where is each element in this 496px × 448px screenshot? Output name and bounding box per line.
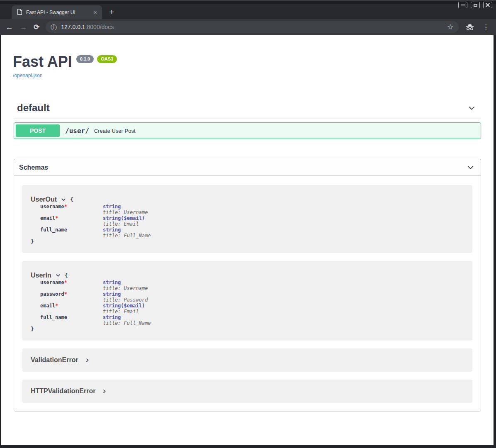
property-definition: string title: Username [103, 204, 148, 215]
url-host: 127.0.0.1 [61, 24, 85, 30]
brace-open: { [70, 195, 73, 203]
property-title: title: Password [103, 297, 148, 303]
window-bottom-edge [0, 445, 496, 448]
model-property: email* string($email) title: Email [40, 215, 464, 227]
model-properties: username* string title: Username passwor… [40, 280, 464, 326]
url-path: :8000/docs [85, 24, 114, 30]
property-type: string [103, 314, 151, 320]
property-definition: string($email) title: Email [103, 215, 145, 227]
version-badge: 0.1.0 [76, 55, 94, 63]
property-name: username* [40, 280, 103, 291]
property-name: username* [40, 204, 103, 215]
tab-close-icon[interactable]: × [92, 9, 99, 15]
endpoint-summary: Create User Post [94, 128, 136, 134]
model-userout-head[interactable]: UserOut { [31, 195, 464, 203]
model-userout: UserOut { username* string title: Userna… [22, 185, 472, 253]
window-controls [458, 2, 492, 8]
tag-title: default [17, 102, 50, 114]
chevron-down-icon[interactable] [467, 104, 476, 112]
model-userin-head[interactable]: UserIn { [31, 271, 464, 279]
brace-close: } [31, 239, 464, 244]
window-close-button[interactable] [483, 2, 492, 8]
schemas-header[interactable]: Schemas [14, 159, 481, 176]
required-star: * [64, 291, 67, 297]
required-star: * [64, 280, 67, 285]
model-httpvalidationerror[interactable]: HTTPValidationError [22, 380, 472, 403]
tag-section-default: default POST /user/ Create User Post [14, 102, 481, 139]
new-tab-button[interactable]: + [109, 7, 114, 16]
oas3-badge: OAS3 [97, 55, 117, 63]
url-text[interactable]: 127.0.0.1:8000/docs [61, 24, 443, 30]
reload-button[interactable]: ⟳ [34, 24, 39, 31]
property-name: full_name [40, 314, 103, 326]
property-name: email* [40, 215, 103, 227]
property-definition: string title: Full_Name [103, 314, 151, 326]
browser-menu-button[interactable]: ⋮ [481, 24, 491, 31]
bookmark-star-icon[interactable]: ☆ [447, 23, 454, 31]
back-button[interactable]: ← [5, 23, 13, 31]
model-properties: username* string title: Username email* … [40, 204, 464, 239]
property-definition: string title: Full_Name [103, 227, 151, 239]
tab-title: Fast API - Swagger UI [26, 10, 88, 15]
property-definition: string title: Password [103, 291, 148, 303]
property-name: full_name [40, 227, 103, 239]
openapi-spec-link[interactable]: /openapi.json [13, 73, 42, 78]
property-title: title: Full_Name [103, 320, 151, 326]
tab-bar: Fast API - Swagger UI × + [0, 4, 496, 19]
browser-toolbar: ← → ⟳ ⓘ 127.0.0.1:8000/docs ☆ ⋮ [0, 19, 496, 35]
model-property: full_name string title: Full_Name [40, 227, 464, 239]
property-type: string [103, 280, 148, 285]
opblock-post-user[interactable]: POST /user/ Create User Post [14, 122, 481, 139]
brace-open: { [65, 271, 68, 279]
minimize-icon [461, 5, 465, 5]
window-titlebar[interactable] [0, 0, 496, 4]
property-title: title: Username [103, 285, 148, 291]
model-name[interactable]: UserOut [31, 195, 57, 203]
model-validationerror[interactable]: ValidationError [22, 348, 472, 372]
property-title: title: Email [103, 221, 145, 227]
model-expand-chevron-icon[interactable] [102, 389, 107, 394]
tab-fast-api-swagger[interactable]: Fast API - Swagger UI × [12, 5, 102, 19]
model-toggle-chevron-icon[interactable] [55, 273, 61, 278]
site-info-icon[interactable]: ⓘ [51, 24, 57, 30]
property-type: string($email) [103, 215, 145, 221]
property-definition: string title: Username [103, 280, 148, 291]
model-userin: UserIn { username* string title: Usernam… [22, 261, 472, 341]
window-minimize-button[interactable] [458, 2, 467, 8]
property-type: string [103, 227, 151, 233]
api-title-text: Fast API [13, 54, 72, 70]
model-expand-chevron-icon[interactable] [85, 358, 90, 363]
property-definition: string($email) title: Email [103, 303, 145, 314]
model-name[interactable]: ValidationError [31, 356, 78, 364]
model-toggle-chevron-icon[interactable] [61, 197, 66, 202]
model-property: full_name string title: Full_Name [40, 314, 464, 326]
maximize-icon [474, 4, 477, 7]
schemas-section: Schemas UserOut { username* st [14, 159, 481, 411]
window-maximize-button[interactable] [471, 2, 480, 8]
schemas-title: Schemas [19, 164, 48, 171]
swagger-page: Fast API 0.1.0 OAS3 /openapi.json defaul… [1, 35, 494, 445]
page-favicon-icon [17, 9, 22, 16]
forward-button[interactable]: → [19, 23, 27, 31]
api-info: Fast API 0.1.0 OAS3 /openapi.json [1, 35, 494, 79]
required-star: * [55, 303, 58, 309]
property-name: password* [40, 291, 103, 303]
property-type: string($email) [103, 303, 145, 309]
model-name[interactable]: UserIn [31, 271, 51, 279]
address-bar[interactable]: ⓘ 127.0.0.1:8000/docs ☆ [46, 21, 459, 33]
required-star: * [64, 204, 67, 209]
api-title: Fast API 0.1.0 OAS3 [13, 54, 483, 70]
schemas-body: UserOut { username* string title: Userna… [14, 176, 481, 411]
endpoint-path: /user/ [65, 127, 89, 135]
model-name[interactable]: HTTPValidationError [31, 387, 95, 395]
tag-default-header[interactable]: default [14, 102, 481, 119]
model-property: username* string title: Username [40, 280, 464, 291]
chevron-down-icon[interactable] [466, 163, 475, 172]
browser-window: Fast API - Swagger UI × + ← → ⟳ ⓘ 127.0.… [0, 0, 496, 448]
property-title: title: Username [103, 209, 148, 215]
property-title: title: Email [103, 309, 145, 314]
model-property: email* string($email) title: Email [40, 303, 464, 314]
property-title: title: Full_Name [103, 233, 151, 239]
close-icon [486, 3, 490, 7]
api-badges: 0.1.0 OAS3 [76, 55, 117, 63]
